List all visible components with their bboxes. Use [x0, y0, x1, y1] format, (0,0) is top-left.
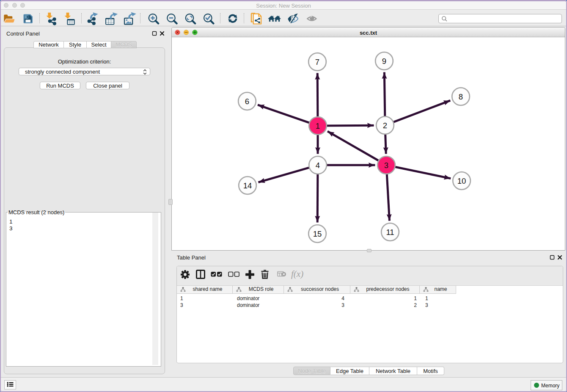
- svg-text:11: 11: [386, 228, 394, 237]
- svg-text:4: 4: [316, 161, 320, 170]
- svg-text:15: 15: [313, 229, 322, 238]
- svg-text:7: 7: [315, 58, 319, 66]
- svg-text:3: 3: [384, 161, 388, 170]
- svg-text:6: 6: [245, 97, 249, 106]
- svg-text:1: 1: [316, 121, 320, 130]
- svg-text:2: 2: [383, 121, 387, 130]
- svg-text:8: 8: [459, 92, 463, 101]
- svg-text:14: 14: [243, 181, 252, 190]
- svg-text:10: 10: [457, 177, 466, 185]
- svg-text:9: 9: [382, 57, 386, 66]
